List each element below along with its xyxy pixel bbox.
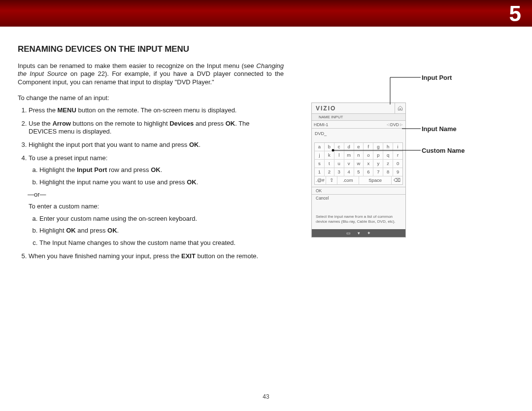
cancel-button[interactable]: Cancel [312, 194, 405, 202]
kbd-row-3: s t u v w x y z 0 [315, 160, 402, 168]
header-bar: 5 [0, 0, 532, 27]
key[interactable]: 5 [354, 168, 364, 176]
right-arrow-icon[interactable]: ▷ [399, 123, 403, 127]
key[interactable]: l [334, 151, 344, 159]
step-4a: Highlight the Input Port row and press O… [39, 166, 279, 174]
footer-icon-star[interactable]: ✦ [367, 231, 371, 236]
kbd-row-1: a b c d e f g h i [315, 143, 402, 151]
page-content: RENAMING DEVICES ON THE INPUT MENU Input… [0, 27, 532, 265]
kbd-row-5: .@# ⇧ .com Space ⌫ [315, 176, 402, 184]
key-dotcom[interactable]: .com [337, 176, 360, 184]
key[interactable]: m [344, 151, 354, 159]
chapter-number: 5 [509, 1, 521, 26]
key[interactable]: a [315, 143, 325, 151]
lead-line: To change the name of an input: [18, 94, 284, 102]
intro-paragraph: Inputs can be renamed to make them easie… [18, 62, 284, 86]
step-1: Press the MENU button on the remote. The… [29, 106, 284, 115]
key[interactable]: 1 [315, 168, 325, 176]
key[interactable]: 3 [334, 168, 344, 176]
device-breadcrumb: NAME INPUT [312, 114, 405, 121]
section-title: RENAMING DEVICES ON THE INPUT MENU [18, 44, 284, 54]
onscreen-keyboard: a b c d e f g h i j k l m n o p [314, 142, 403, 185]
key[interactable]: 0 [393, 160, 402, 168]
input-port-value: DVD [390, 122, 399, 127]
input-port-label: HDMI-1 [314, 122, 386, 127]
device-screenshot: VIZIO NAME INPUT HDMI-1 ◁ DVD ▷ DVD_ a b… [311, 103, 406, 238]
key[interactable]: f [364, 143, 373, 151]
step-2: Use the Arrow buttons on the remote to h… [29, 120, 284, 136]
custom-name-row[interactable]: DVD_ [312, 129, 405, 138]
key[interactable]: e [354, 143, 364, 151]
key[interactable]: x [364, 160, 373, 168]
key[interactable]: s [315, 160, 325, 168]
callout-input-name: Input Name [422, 125, 457, 133]
steps-list: Press the MENU button on the remote. The… [18, 106, 284, 260]
key[interactable]: k [325, 151, 334, 159]
step-5: When you have finished naming your input… [29, 252, 284, 261]
key-backspace[interactable]: ⌫ [392, 176, 402, 184]
device-help-text: Select the input name from a list of com… [312, 202, 405, 229]
key[interactable]: n [354, 151, 364, 159]
kbd-row-4: 1 2 3 4 5 6 7 8 9 [315, 168, 402, 176]
step-4c-c: The Input Name changes to show the custo… [39, 239, 279, 247]
key[interactable]: 4 [344, 168, 354, 176]
step-4c-a: Enter your custom name using the on-scre… [39, 215, 279, 223]
step-4b: Highlight the input name you want to use… [39, 178, 279, 187]
key[interactable]: u [334, 160, 344, 168]
footer-icon-down[interactable]: ▾ [358, 231, 360, 236]
key[interactable]: 8 [383, 168, 393, 176]
key[interactable]: t [325, 160, 334, 168]
key[interactable]: g [373, 143, 383, 151]
key[interactable]: h [383, 143, 393, 151]
footer-icon-wide[interactable]: ▭ [346, 231, 351, 236]
device-footer: ▭ ▾ ✦ [312, 229, 405, 237]
step-4-custom-sub: Enter your custom name using the on-scre… [29, 215, 279, 247]
key[interactable]: d [344, 143, 354, 151]
key[interactable]: r [393, 151, 402, 159]
step-4c-b: Highlight OK and press OK. [39, 227, 279, 235]
custom-name-value: DVD_ [315, 131, 327, 136]
key[interactable]: 2 [325, 168, 334, 176]
key[interactable]: p [373, 151, 383, 159]
key[interactable]: q [383, 151, 393, 159]
key[interactable]: j [315, 151, 325, 159]
left-arrow-icon[interactable]: ◁ [386, 123, 390, 127]
kbd-row-2: j k l m n o p q r [315, 151, 402, 160]
page-number: 43 [0, 393, 532, 400]
step-3: Highlight the input port that you want t… [29, 141, 284, 149]
figure-column: Input Port Input Name Custom Name VIZIO … [311, 44, 508, 265]
callout-custom-name: Custom Name [422, 147, 465, 154]
or-separator: —or— [28, 191, 279, 199]
ok-button[interactable]: OK [312, 187, 405, 194]
text-column: RENAMING DEVICES ON THE INPUT MENU Input… [18, 44, 284, 265]
intro-pre: Inputs can be renamed to make them easie… [18, 62, 256, 69]
key[interactable]: 9 [393, 168, 402, 176]
key[interactable]: c [334, 143, 344, 151]
step-4-sub: Highlight the Input Port row and press O… [29, 166, 279, 186]
key[interactable]: 7 [373, 168, 383, 176]
device-header: VIZIO [312, 103, 405, 114]
step-4: To use a preset input name: Highlight th… [29, 154, 284, 247]
key-space[interactable]: Space [359, 176, 392, 184]
key[interactable]: w [354, 160, 364, 168]
key[interactable]: i [393, 143, 402, 151]
key[interactable]: z [383, 160, 393, 168]
key[interactable]: 6 [364, 168, 373, 176]
input-port-row[interactable]: HDMI-1 ◁ DVD ▷ [312, 121, 405, 129]
key[interactable]: v [344, 160, 354, 168]
key-shift[interactable]: ⇧ [326, 176, 337, 184]
callout-input-port: Input Port [422, 74, 452, 81]
key-symbols[interactable]: .@# [315, 176, 326, 184]
custom-lead: To enter a custom name: [29, 203, 279, 211]
key[interactable]: b [325, 143, 334, 151]
key[interactable]: y [373, 160, 383, 168]
device-brand: VIZIO [312, 105, 395, 112]
home-icon[interactable] [395, 103, 405, 114]
key[interactable]: o [364, 151, 373, 159]
